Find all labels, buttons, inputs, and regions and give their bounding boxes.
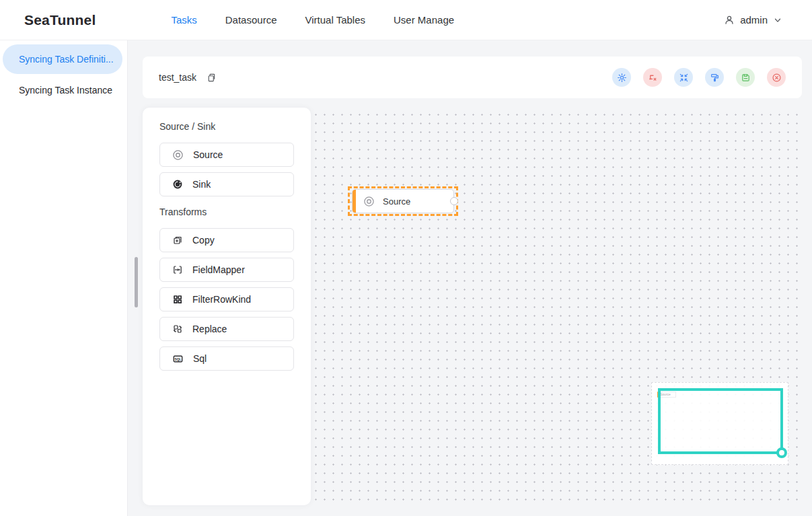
save-button[interactable] — [736, 68, 755, 87]
node-selection-box: Source — [348, 186, 458, 216]
left-sidebar: Syncing Task Definiti... Syncing Task In… — [0, 40, 128, 516]
scrollbar-thumb[interactable] — [135, 257, 138, 307]
content-area: Syncing Task Definiti... Syncing Task In… — [0, 40, 812, 516]
minimap-viewport[interactable] — [658, 388, 783, 454]
palette-item-label: Source — [193, 149, 223, 160]
palette-item-sql[interactable]: SQL Sql — [159, 346, 294, 371]
nav-tab-datasource[interactable]: Datasource — [225, 14, 277, 26]
palette-item-sink[interactable]: Sink — [159, 172, 294, 196]
source-icon — [363, 196, 375, 207]
palette-item-label: Sql — [193, 353, 207, 364]
toolbar-buttons — [612, 68, 786, 87]
fieldmapper-icon — [172, 264, 183, 275]
user-menu[interactable]: admin — [724, 14, 782, 26]
node-label: Source — [383, 196, 410, 207]
palette-item-replace[interactable]: Replace — [159, 317, 294, 341]
node-output-port[interactable] — [450, 197, 458, 205]
fit-view-button[interactable] — [674, 68, 693, 87]
palette-item-label: FilterRowKind — [192, 294, 251, 305]
source-icon — [172, 149, 184, 161]
delete-connections-button[interactable] — [643, 68, 662, 87]
palette-item-label: Copy — [192, 235, 215, 246]
close-task-button[interactable] — [767, 68, 786, 87]
main-panel: test_task — [128, 40, 812, 516]
delete-edge-icon — [648, 73, 658, 83]
palette-item-label: Sink — [192, 179, 211, 190]
node-accent-bar — [353, 190, 356, 213]
close-circle-icon — [772, 73, 782, 83]
palette-item-label: Replace — [192, 324, 227, 334]
copy-icon[interactable] — [206, 73, 216, 83]
palette-item-fieldmapper[interactable]: FieldMapper — [159, 258, 294, 282]
task-toolbar: test_task — [143, 57, 802, 98]
nav-tab-virtual-tables[interactable]: Virtual Tables — [305, 14, 366, 26]
fit-view-icon — [679, 73, 689, 83]
sidebar-item-task-definition[interactable]: Syncing Task Definiti... — [3, 44, 122, 74]
gear-icon — [617, 73, 627, 83]
task-name: test_task — [159, 72, 196, 83]
svg-text:SQL: SQL — [174, 357, 181, 361]
replace-icon — [172, 324, 183, 334]
palette-item-copy[interactable]: Copy — [159, 228, 294, 252]
grid-squares-icon — [172, 294, 183, 305]
top-navbar: SeaTunnel Tasks Datasource Virtual Table… — [0, 0, 812, 40]
settings-button[interactable] — [612, 68, 631, 87]
app-logo: SeaTunnel — [24, 12, 96, 28]
palette-item-label: FieldMapper — [192, 264, 245, 275]
copy-plus-icon — [172, 235, 183, 246]
main-nav: Tasks Datasource Virtual Tables User Man… — [171, 14, 454, 26]
sidebar-item-task-instance[interactable]: Syncing Task Instance — [3, 75, 122, 105]
minimap: Source — [651, 382, 788, 465]
palette-section-title: Source / Sink — [159, 121, 294, 132]
sink-icon — [172, 179, 183, 190]
minimap-resize-handle[interactable] — [776, 447, 787, 458]
palette-item-source[interactable]: Source — [159, 143, 294, 167]
chevron-down-icon — [773, 15, 782, 25]
canvas-node-source[interactable]: Source — [352, 189, 454, 213]
node-palette: Source / Sink Source — [143, 108, 311, 505]
dag-canvas[interactable]: Source / Sink Source — [143, 108, 802, 505]
palette-section-title: Transforms — [159, 207, 294, 217]
nav-tab-tasks[interactable]: Tasks — [171, 14, 196, 26]
person-icon — [724, 15, 735, 26]
paint-roller-icon — [710, 73, 720, 83]
nav-tab-user-manage[interactable]: User Manage — [394, 14, 454, 26]
palette-item-filterrowkind[interactable]: FilterRowKind — [159, 287, 294, 311]
format-layout-button[interactable] — [705, 68, 724, 87]
sql-icon: SQL — [172, 353, 184, 365]
save-icon — [741, 73, 751, 83]
user-name: admin — [740, 14, 768, 26]
